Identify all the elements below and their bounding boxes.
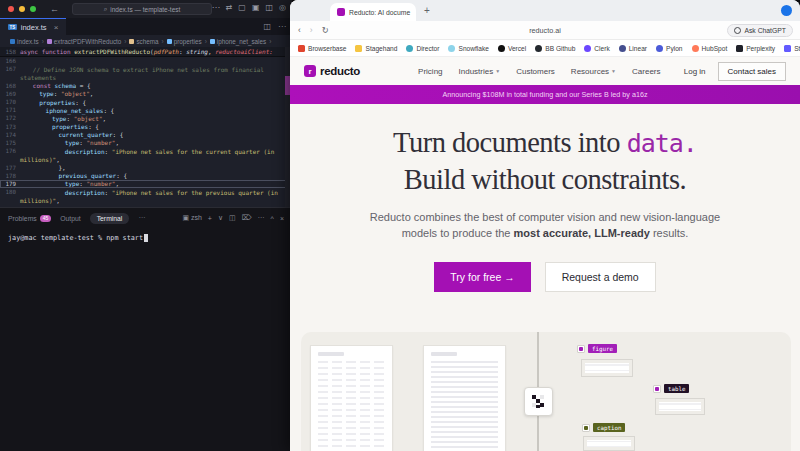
breadcrumb-item[interactable]: properties [167,38,202,45]
code-lines[interactable]: 166167// Define JSON schema to extract i… [0,57,292,204]
code-line[interactable]: 170properties: { [0,98,292,106]
code-line[interactable]: 166 [0,57,292,65]
panel-tab-⋯[interactable]: ⋯ [138,214,145,222]
bookmark-vercel[interactable]: Vercel [498,45,526,52]
code-line[interactable]: 168const schema = { [0,82,292,90]
bookmark-browserbase[interactable]: Browserbase [298,45,346,52]
code-line[interactable]: 167// Define JSON schema to extract iPho… [0,65,292,73]
command-center-search[interactable]: ⌕ index.ts — template-test [72,3,212,15]
typescript-icon: TS [8,24,17,30]
profile-avatar[interactable] [781,5,792,16]
layout-icon[interactable]: ⇄ [226,3,233,12]
code-line[interactable]: 171iphone_net_sales: { [0,106,292,114]
breadcrumb-separator: › [124,38,126,45]
panel-tab-problems[interactable]: Problems45 [8,215,51,222]
code-line[interactable]: 172type: "object", [0,114,292,122]
back-icon[interactable]: ← [50,4,59,14]
announcement-banner[interactable]: Announcing $108M in total funding and ou… [290,85,800,104]
code-line[interactable]: statements [0,73,292,81]
bookmark-stagehand[interactable]: Stagehand [355,45,397,52]
panel-action-icon[interactable]: ⋯ [258,214,265,222]
bookmark-stripe[interactable]: Stripe [784,45,800,52]
symbol-icon [210,39,215,44]
sticky-scroll-line[interactable]: 158async function extractPDFWithReducto(… [0,47,292,57]
breadcrumb-item[interactable]: schema [129,38,158,45]
code-line[interactable]: millions)", [0,155,292,163]
bookmark-bb-github[interactable]: BB Github [535,45,575,52]
panel-action-icon[interactable]: × [280,215,284,222]
bookmark-snowflake[interactable]: Snowflake [448,45,488,52]
bookmark-favicon [736,45,743,52]
breadcrumb-item[interactable]: iphone_net_sales [210,38,266,45]
nav-customers[interactable]: Customers [516,67,555,76]
code-line[interactable]: 180description: "iPhone net sales for th… [0,188,292,196]
contact-sales-button[interactable]: Contact sales [718,62,786,81]
code-line[interactable]: 174current_quarter: { [0,131,292,139]
annotation-table: table [653,384,689,393]
nav-resources[interactable]: Resources▼ [571,67,616,76]
code-line[interactable]: 177}, [0,163,292,171]
bookmark-clerk[interactable]: Clerk [584,45,609,52]
close-tab-icon[interactable]: × [54,23,59,32]
bookmark-pylon[interactable]: Pylon [656,45,683,52]
panel-action-icon[interactable]: ∨ [218,214,223,222]
layout-icon[interactable]: ▣ [252,3,260,12]
maximize-window-button[interactable] [30,6,36,12]
minimize-window-button[interactable] [19,6,25,12]
code-line[interactable]: 176description: "iPhone net sales for th… [0,147,292,155]
editor-action-icon[interactable]: ◫ [263,22,271,31]
editor-actions[interactable]: ◫⋯ [263,22,286,31]
comparison-slider-handle[interactable] [524,387,553,416]
nav-pricing[interactable]: Pricing [418,67,442,76]
code-editor[interactable]: 158async function extractPDFWithReducto(… [0,47,292,207]
bookmark-linear[interactable]: Linear [619,45,647,52]
document-page-table [310,345,393,451]
code-line[interactable]: 178previous_quarter: { [0,172,292,180]
caption-chip-icon [582,424,590,432]
panel-tab-terminal[interactable]: Terminal [90,213,130,224]
try-for-free-button[interactable]: Try for free → [434,262,530,292]
breadcrumb-item[interactable]: index.ts [10,38,39,45]
hero-data-word: data. [627,129,697,158]
reducto-logo[interactable]: r reducto [304,65,360,77]
layout-icon[interactable]: ◎ [279,3,286,12]
editor-action-icon[interactable]: ⋯ [278,22,286,31]
panel-tab-output[interactable]: Output [60,215,80,222]
code-line[interactable]: millions)", [0,196,292,204]
reducto-favicon [337,8,345,16]
window-controls[interactable] [8,6,36,12]
terminal[interactable]: jay@mac template-test % npm start [0,228,292,242]
code-line[interactable]: 169type: "object", [0,90,292,98]
bookmark-favicon [535,45,542,52]
breadcrumb[interactable]: index.ts›extractPDFWithReducto›schema›pr… [0,35,292,47]
code-line[interactable]: 175type: "number", [0,139,292,147]
code-line[interactable]: 173properties: { [0,123,292,131]
tab-index-ts[interactable]: TS index.ts × [0,18,66,35]
address-bar[interactable]: reducto.ai [290,26,800,35]
breadcrumb-item[interactable]: extractPDFWithReducto [47,38,122,45]
new-tab-button[interactable]: + [424,5,430,16]
bookmark-hubspot[interactable]: HubSpot [692,45,728,52]
titlebar-layout-icons[interactable]: ⋯⇄▢▣◫◎ [212,3,286,12]
nav-industries[interactable]: Industries▼ [459,67,501,76]
request-demo-button[interactable]: Request a demo [545,262,656,292]
layout-icon[interactable]: ▢ [238,3,246,12]
code-line[interactable]: 179type: "number", [0,180,292,188]
panel-action-icon[interactable]: ◫ [229,214,236,222]
close-window-button[interactable] [8,6,14,12]
panel-action-icon[interactable]: ^ [271,215,274,222]
chatgpt-icon [734,27,741,34]
panel-action-icon[interactable]: + [208,215,212,222]
layout-icon[interactable]: ◫ [265,3,273,12]
panel-action-icon[interactable]: ⌦ [242,214,252,222]
panel-action-icon[interactable]: ▣ zsh [182,214,201,222]
nav-careers[interactable]: Careers [632,67,660,76]
ask-chatgpt-button[interactable]: Ask ChatGPT [727,24,793,37]
bookmark-perplexity[interactable]: Perplexity [736,45,775,52]
layout-icon[interactable]: ⋯ [212,3,220,12]
login-link[interactable]: Log in [684,67,706,76]
reducto-mark-icon [531,394,546,409]
terminal-cursor [144,234,148,242]
bookmark-director[interactable]: Director [406,45,439,52]
browser-tab-reducto[interactable]: Reducto: AI docume [330,3,416,21]
